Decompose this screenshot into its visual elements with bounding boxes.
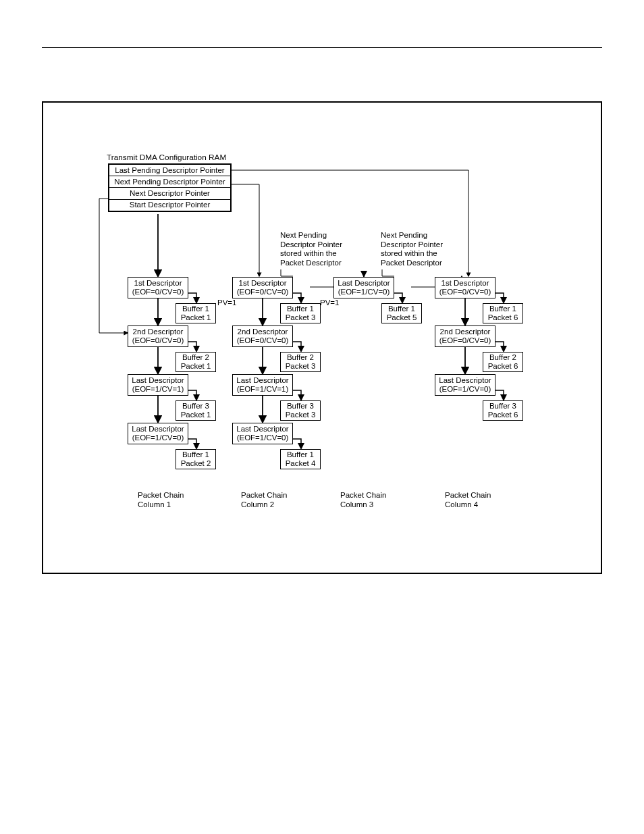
c4-d1: 2nd Descriptor(EOF=0/CV=0) <box>435 325 495 347</box>
c2-b1: Buffer 2Packet 3 <box>280 352 321 372</box>
c2-b2: Buffer 3Packet 3 <box>280 400 321 421</box>
c4-d0: 1st Descriptor(EOF=0/CV=0) <box>435 277 495 298</box>
c2-caption: Packet ChainColumn 2 <box>241 491 287 509</box>
c4-caption: Packet ChainColumn 4 <box>445 491 491 509</box>
header-rule <box>42 47 602 48</box>
c1-b2: Buffer 3Packet 1 <box>176 400 216 421</box>
c1-b0: Buffer 1Packet 1 <box>176 303 216 323</box>
c1-b3: Buffer 1Packet 2 <box>176 449 216 469</box>
c2-b0: Buffer 1Packet 3 <box>280 303 321 323</box>
c3-b0: Buffer 1Packet 5 <box>381 303 422 323</box>
c4-b0: Buffer 1Packet 6 <box>483 303 523 323</box>
figure-frame: Transmit DMA Configuration RAM Last Pend… <box>42 101 602 574</box>
c1-d0: 1st Descriptor(EOF=0/CV=0) <box>128 277 188 298</box>
c2-d1: 2nd Descriptor(EOF=0/CV=0) <box>232 325 293 347</box>
page: Transmit DMA Configuration RAM Last Pend… <box>0 0 644 834</box>
c1-caption: Packet ChainColumn 1 <box>138 491 184 509</box>
c1-b1: Buffer 2Packet 1 <box>176 352 216 372</box>
c2-b3: Buffer 1Packet 4 <box>280 449 321 469</box>
c4-b2: Buffer 3Packet 6 <box>483 400 523 421</box>
c3-d0: Last Descriptor(EOF=1/CV=0) <box>333 277 394 298</box>
c1-d1: 2nd Descriptor(EOF=0/CV=0) <box>128 325 188 347</box>
c2-d3: Last Descriptor(EOF=1/CV=0) <box>232 423 293 444</box>
c4-b1: Buffer 2Packet 6 <box>483 352 523 372</box>
c1-d3: Last Descriptor(EOF=1/CV=0) <box>128 423 188 444</box>
arrows-svg <box>43 103 601 573</box>
c3-caption: Packet ChainColumn 3 <box>340 491 386 509</box>
pv-label-1: PV=1 <box>217 298 236 308</box>
c4-d2: Last Descriptor(EOF=1/CV=0) <box>435 374 495 396</box>
c1-d2: Last Descriptor(EOF=1/CV=1) <box>128 374 188 396</box>
pv-label-2: PV=1 <box>320 298 339 308</box>
c2-d0: 1st Descriptor(EOF=0/CV=0) <box>232 277 293 298</box>
c2-d2: Last Descriptor(EOF=1/CV=1) <box>232 374 293 396</box>
